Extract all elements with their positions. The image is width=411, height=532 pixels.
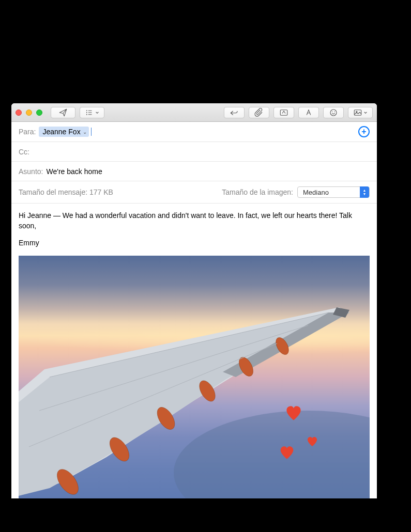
attached-photo[interactable] [19,256,370,498]
reply-arrow-icon [230,108,239,117]
send-button[interactable] [51,107,75,118]
list-icon [85,108,94,117]
minimize-button[interactable] [26,109,32,116]
reply-button[interactable] [224,107,245,118]
size-info-row: Tamaño del mensaje: 177 KB Tamaño de la … [11,181,377,204]
recipient-name: Jeanne Fox [42,128,80,136]
close-button[interactable] [16,109,22,116]
chevron-down-icon [95,111,99,115]
subject-value: We're back home [46,167,370,176]
svg-point-12 [174,411,370,498]
subject-label: Asunto: [19,167,43,176]
svg-point-0 [86,110,87,111]
image-size-label: Tamaño de la imagen: [222,188,293,196]
to-row[interactable]: Para: Jeanne Fox ⌄ + [11,122,377,142]
emoji-icon [329,108,338,117]
format-button[interactable] [298,107,319,118]
svg-point-8 [332,111,333,112]
emoji-button[interactable] [323,107,344,118]
markup-button[interactable] [273,107,294,118]
cc-label: Cc: [19,148,29,156]
body-text: Hi Jeanne — We had a wonderful vacation … [19,211,370,231]
signature-text: Emmy [19,238,370,248]
titlebar [11,103,377,122]
to-label: Para: [19,128,36,136]
paperclip-icon [254,108,264,117]
recipient-chip[interactable]: Jeanne Fox ⌄ [39,127,88,137]
photo-icon [353,108,362,117]
image-size-select[interactable]: Mediano ▲ ▼ [297,186,370,198]
chevron-down-icon: ⌄ [83,129,87,135]
heart-sticker-icon [307,436,318,447]
maximize-button[interactable] [36,109,42,116]
compose-window: Para: Jeanne Fox ⌄ + Cc: Asunto: We're b… [11,103,377,498]
select-stepper-icon: ▲ ▼ [360,186,369,198]
heart-sticker-icon [285,405,302,421]
header-fields-area: Para: Jeanne Fox ⌄ + Cc: Asunto: We're b… [11,122,377,204]
window-controls [16,109,42,116]
photo-wing [19,256,370,498]
attach-button[interactable] [249,107,269,118]
message-size-label: Tamaño del mensaje: 177 KB [19,188,113,196]
header-fields-button[interactable] [80,107,104,118]
chevron-down-icon [363,111,368,115]
svg-point-4 [86,114,87,115]
text-cursor [91,128,92,136]
paper-plane-icon [58,108,68,117]
image-size-value: Mediano [303,189,329,196]
cc-row[interactable]: Cc: [11,142,377,162]
text-format-icon [304,108,313,117]
markup-icon [279,108,288,117]
svg-point-2 [86,112,87,113]
message-body[interactable]: Hi Jeanne — We had a wonderful vacation … [11,204,377,498]
svg-point-11 [356,111,357,112]
subject-row[interactable]: Asunto: We're back home [11,162,377,181]
photo-browser-button[interactable] [348,107,373,118]
add-contact-button[interactable]: + [358,126,370,137]
heart-sticker-icon [279,446,295,460]
plus-icon: + [361,127,366,136]
svg-point-7 [330,109,337,116]
svg-point-9 [334,111,336,112]
